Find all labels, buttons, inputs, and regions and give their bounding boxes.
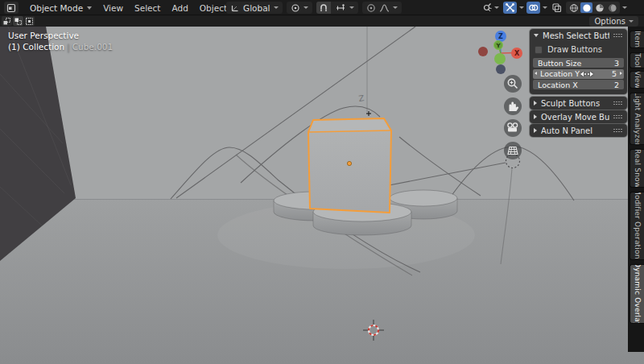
editor-type-button[interactable] — [4, 2, 19, 14]
svg-text:X: X — [514, 50, 520, 57]
panel-header[interactable]: Overlay Move Buttons — [530, 110, 627, 123]
chevron-down-icon[interactable] — [543, 6, 547, 9]
tab-item[interactable]: Item — [630, 31, 644, 48]
panel-header[interactable]: Sculpt Buttons — [530, 97, 627, 110]
menu-object[interactable]: Object — [200, 3, 227, 13]
mode-label: Object Mode — [30, 3, 83, 13]
menu-view[interactable]: View — [103, 3, 123, 13]
gizmo-axis-neg-y[interactable] — [494, 53, 506, 64]
panel-title: Auto N Panel — [541, 126, 609, 135]
collection-label: (1) Collection — [8, 42, 64, 52]
increment-arrow-icon[interactable] — [620, 72, 622, 75]
select-extend-icon[interactable] — [13, 16, 23, 26]
panel-grip-icon[interactable] — [613, 34, 623, 38]
shading-material-button[interactable] — [593, 2, 605, 13]
shading-rendered-icon — [608, 3, 617, 13]
panel-sculpt-buttons: Sculpt Buttons — [530, 97, 627, 110]
snap-magnet-icon — [319, 3, 328, 13]
panel-header[interactable]: Auto N Panel — [530, 124, 627, 137]
decrement-arrow-icon[interactable] — [535, 72, 537, 75]
orientation-label: Global — [243, 3, 270, 13]
shading-solid-button[interactable] — [580, 2, 592, 13]
chevron-right-icon — [534, 101, 537, 105]
options-label: Options — [594, 17, 625, 26]
xray-toggle-icon — [551, 2, 562, 13]
proportional-editing-controls[interactable] — [362, 2, 402, 14]
chevron-down-icon — [274, 6, 279, 9]
location-y-field[interactable]: Location Y 5 — [533, 69, 624, 79]
chevron-right-icon — [534, 114, 537, 119]
button-size-field[interactable]: Button Size 3 — [533, 58, 624, 68]
pan-hand-icon[interactable] — [504, 97, 522, 115]
shading-wireframe-icon — [569, 3, 579, 13]
view-perspective-label: User Perspective — [8, 31, 79, 40]
perspective-grid-icon[interactable] — [504, 142, 522, 159]
options-dropdown[interactable]: Options — [589, 16, 638, 27]
cube-object-selected[interactable] — [308, 118, 391, 213]
object-type-visibility-icon — [482, 2, 493, 13]
gizmo-axis-neg-x[interactable] — [478, 47, 488, 56]
active-object-breadcrumb: (1) Collection|Cube.001 — [8, 42, 113, 52]
tool-settings-bar: Options — [0, 16, 644, 27]
tab-modifier-operations[interactable]: Modifier Operations — [630, 192, 644, 260]
panel-header[interactable]: Mesh Select Buttons — [530, 29, 627, 42]
tab-view[interactable]: View — [630, 71, 644, 89]
show-gizmos-toggle[interactable] — [503, 2, 517, 14]
chevron-down-icon — [393, 6, 398, 9]
panel-body: Draw Buttons Button Size 3 Location Y 5 … — [530, 42, 627, 94]
shading-solid-icon — [582, 3, 592, 13]
menu-select[interactable]: Select — [134, 3, 160, 13]
svg-text:Z: Z — [498, 33, 503, 40]
chevron-down-icon — [494, 6, 499, 9]
zoom-icon[interactable] — [504, 75, 522, 93]
panel-grip-icon[interactable] — [613, 115, 623, 119]
panel-grip-icon[interactable] — [613, 101, 623, 105]
panel-overlay-move-buttons: Overlay Move Buttons — [530, 110, 627, 123]
shading-rendered-button[interactable] — [606, 2, 618, 13]
pivot-point-icon — [291, 3, 300, 13]
location-x-field[interactable]: Location X 2 — [533, 80, 624, 89]
chevron-right-icon — [534, 128, 537, 133]
chevron-down-icon — [87, 6, 92, 10]
chevron-down-icon — [303, 6, 308, 9]
snap-controls[interactable] — [316, 2, 358, 14]
panel-title: Overlay Move Buttons — [541, 113, 609, 122]
panel-grip-icon[interactable] — [613, 129, 623, 133]
camera-view-icon[interactable] — [504, 119, 522, 137]
chevron-down-icon — [629, 20, 634, 23]
tab-light-analyzer[interactable]: Light Analyzer — [630, 93, 644, 145]
transform-orientation-icon — [230, 3, 240, 13]
snap-toggle[interactable] — [316, 2, 331, 14]
select-set-icon[interactable] — [2, 16, 12, 26]
transform-orientation-dropdown[interactable]: Global — [226, 2, 283, 14]
draw-buttons-checkbox[interactable]: Draw Buttons — [533, 43, 624, 56]
shading-mode-group — [566, 2, 620, 14]
object-name-label: Cube.001 — [72, 42, 114, 52]
tab-dynamic-overlay[interactable]: Dynamic Overlay — [630, 264, 644, 324]
tab-real-snow[interactable]: Real Snow — [630, 149, 644, 188]
gizmo-axis-neg-z[interactable] — [496, 64, 506, 74]
drag-value-cursor-icon — [580, 72, 594, 77]
sidebar-tab-strip: Item Tool View Light Analyzer Real Snow … — [628, 27, 644, 352]
pivot-point-dropdown[interactable] — [287, 2, 312, 14]
object-origin-dot — [347, 161, 351, 165]
select-subtract-icon[interactable] — [24, 16, 35, 26]
checkbox-label: Draw Buttons — [547, 45, 602, 54]
menu-add[interactable]: Add — [171, 3, 188, 13]
panel-title: Sculpt Buttons — [541, 99, 609, 108]
show-overlays-toggle[interactable] — [526, 2, 540, 14]
chevron-down-icon[interactable] — [622, 6, 627, 9]
shading-material-icon — [595, 3, 605, 13]
shading-wireframe-button[interactable] — [568, 2, 580, 13]
checkbox-box[interactable] — [535, 46, 543, 54]
svg-text:Y: Y — [495, 43, 501, 49]
xray-toggle[interactable] — [550, 2, 564, 14]
object-type-visibility-dropdown[interactable] — [481, 2, 501, 14]
blender-window: Z — [0, 0, 644, 364]
show-overlays-icon — [528, 2, 539, 13]
mode-dropdown[interactable]: Object Mode — [30, 3, 92, 13]
editor-type-icon — [6, 3, 16, 13]
chevron-down-icon[interactable] — [519, 6, 524, 9]
panel-mesh-select-buttons: Mesh Select Buttons Draw Buttons Button … — [530, 29, 627, 94]
tab-tool[interactable]: Tool — [630, 52, 644, 68]
